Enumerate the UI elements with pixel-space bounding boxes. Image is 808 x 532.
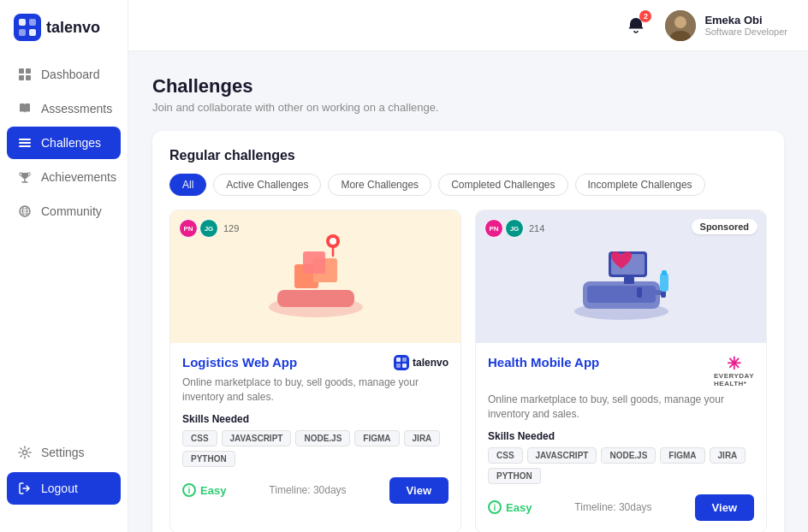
logo: talenvo bbox=[0, 14, 128, 58]
challenge-card-health: PN JG 214 Sponsored bbox=[475, 210, 767, 532]
skill-javascript: JAVASCRIPT bbox=[222, 430, 292, 446]
skill-nodejs: NODE.JS bbox=[295, 430, 350, 446]
avatar-image bbox=[665, 10, 696, 41]
svg-rect-36 bbox=[639, 290, 664, 295]
skills-tags-logistics: CSS JAVASCRIPT NODE.JS FIGMA JIRA PYTHON bbox=[182, 430, 449, 467]
sidebar-item-label: Community bbox=[41, 204, 102, 218]
talenvo-brand-icon bbox=[394, 355, 409, 370]
filter-all[interactable]: All bbox=[169, 174, 206, 196]
view-button-health[interactable]: View bbox=[695, 494, 754, 521]
sidebar-item-label: Dashboard bbox=[41, 68, 100, 81]
svg-rect-27 bbox=[402, 358, 407, 362]
settings-icon bbox=[17, 445, 33, 460]
svg-rect-10 bbox=[19, 142, 31, 144]
starburst-icon: ✳ bbox=[727, 355, 742, 372]
skill-nodejs: NODE.JS bbox=[601, 447, 656, 464]
filter-incomplete[interactable]: Incomplete Challenges bbox=[575, 174, 705, 196]
participant-avatars-health: PN JG 214 bbox=[484, 219, 544, 238]
svg-rect-40 bbox=[662, 270, 667, 275]
filter-completed[interactable]: Completed Challenges bbox=[438, 174, 567, 196]
logout-label: Logout bbox=[41, 482, 78, 495]
svg-rect-22 bbox=[303, 251, 325, 274]
difficulty-icon: i bbox=[182, 483, 196, 497]
participant-count: 129 bbox=[223, 223, 239, 233]
svg-rect-2 bbox=[29, 19, 36, 26]
sidebar-item-assessments[interactable]: Assessments bbox=[7, 92, 121, 125]
logistics-illustration bbox=[256, 226, 376, 328]
svg-rect-7 bbox=[19, 75, 24, 80]
page-subtitle: Join and collaborate with other on worki… bbox=[152, 101, 784, 114]
sidebar-item-community[interactable]: Community bbox=[7, 195, 121, 228]
svg-rect-26 bbox=[396, 358, 401, 362]
skill-jira: JIRA bbox=[404, 430, 441, 446]
challenges-grid: PN JG 129 bbox=[169, 210, 767, 532]
card-body-health: Health Mobile App ✳ everydayHEALTH* Onli… bbox=[476, 343, 766, 532]
challenge-title: Logistics Web App bbox=[182, 355, 297, 369]
sidebar-item-label: Settings bbox=[41, 446, 85, 459]
title-row: Logistics Web App talenvo bbox=[182, 355, 449, 370]
brand-name: everydayHEALTH* bbox=[714, 372, 754, 387]
content-area: Challenges Join and collaborate with oth… bbox=[128, 51, 808, 532]
timeline: Timeline: 30days bbox=[574, 501, 651, 513]
difficulty-label: Easy bbox=[506, 501, 532, 514]
challenge-title: Health Mobile App bbox=[488, 355, 599, 369]
difficulty-icon: i bbox=[488, 500, 502, 514]
svg-rect-19 bbox=[277, 290, 354, 307]
trophy-icon bbox=[17, 169, 33, 185]
filter-tabs: All Active Challenges More Challenges Co… bbox=[169, 174, 705, 196]
sidebar: talenvo Dashboard Assessments Challenges… bbox=[0, 0, 128, 532]
svg-rect-6 bbox=[26, 68, 31, 74]
challenges-icon bbox=[17, 135, 33, 151]
logo-text: talenvo bbox=[46, 19, 100, 37]
sidebar-nav: Dashboard Assessments Challenges Achieve… bbox=[0, 58, 128, 429]
book-icon bbox=[17, 101, 33, 116]
svg-rect-0 bbox=[14, 14, 41, 41]
sidebar-item-label: Challenges bbox=[41, 136, 101, 150]
avatar-2: JG bbox=[505, 219, 524, 238]
skills-tags-health: CSS JAVASCRIPT NODE.JS FIGMA JIRA PYTHON bbox=[488, 447, 754, 484]
main-content: 2 Emeka Obi Software Developer Challenge… bbox=[128, 0, 808, 532]
filter-more[interactable]: More Challenges bbox=[328, 174, 431, 196]
user-profile[interactable]: Emeka Obi Software Developer bbox=[665, 10, 787, 41]
skill-python: PYTHON bbox=[182, 451, 235, 467]
skill-python: PYTHON bbox=[488, 468, 541, 484]
svg-rect-37 bbox=[637, 287, 642, 298]
skill-css: CSS bbox=[182, 430, 217, 446]
globe-icon bbox=[17, 204, 33, 219]
filter-active[interactable]: Active Challenges bbox=[213, 174, 321, 196]
logo-icon bbox=[14, 14, 41, 41]
logout-button[interactable]: Logout bbox=[7, 472, 121, 505]
svg-point-16 bbox=[674, 16, 686, 28]
sidebar-item-settings[interactable]: Settings bbox=[7, 436, 121, 469]
sidebar-item-achievements[interactable]: Achievements bbox=[7, 161, 121, 193]
avatar bbox=[665, 10, 696, 41]
skill-javascript: JAVASCRIPT bbox=[527, 447, 597, 464]
view-button-logistics[interactable]: View bbox=[389, 477, 449, 504]
challenges-card: Regular challenges All Active Challenges… bbox=[152, 131, 784, 532]
brand-name: talenvo bbox=[413, 357, 449, 369]
svg-point-14 bbox=[23, 451, 27, 455]
participant-avatars: PN JG 129 bbox=[179, 219, 239, 238]
svg-point-24 bbox=[330, 238, 336, 245]
sidebar-item-challenges[interactable]: Challenges bbox=[7, 127, 121, 159]
header: 2 Emeka Obi Software Developer bbox=[128, 0, 808, 51]
user-details: Emeka Obi Software Developer bbox=[704, 14, 787, 37]
svg-rect-4 bbox=[29, 29, 36, 36]
sidebar-item-dashboard[interactable]: Dashboard bbox=[7, 58, 121, 91]
card-body-logistics: Logistics Web App talenvo bbox=[170, 343, 460, 516]
avatar-1: PN bbox=[179, 219, 198, 238]
skills-label: Skills Needed bbox=[182, 413, 449, 425]
participant-count: 214 bbox=[529, 223, 544, 233]
brand-everyday-health: ✳ everydayHEALTH* bbox=[714, 355, 754, 387]
svg-rect-5 bbox=[19, 68, 24, 74]
brand-talenvo: talenvo bbox=[394, 355, 449, 370]
skill-jira: JIRA bbox=[710, 447, 746, 464]
challenges-header: Regular challenges All Active Challenges… bbox=[169, 148, 767, 196]
svg-rect-1 bbox=[19, 19, 26, 26]
user-role: Software Developer bbox=[704, 27, 787, 37]
svg-rect-8 bbox=[26, 75, 31, 80]
dashboard-icon bbox=[17, 67, 33, 82]
notification-button[interactable]: 2 bbox=[621, 10, 651, 41]
user-name: Emeka Obi bbox=[704, 14, 787, 27]
svg-rect-28 bbox=[396, 364, 401, 368]
